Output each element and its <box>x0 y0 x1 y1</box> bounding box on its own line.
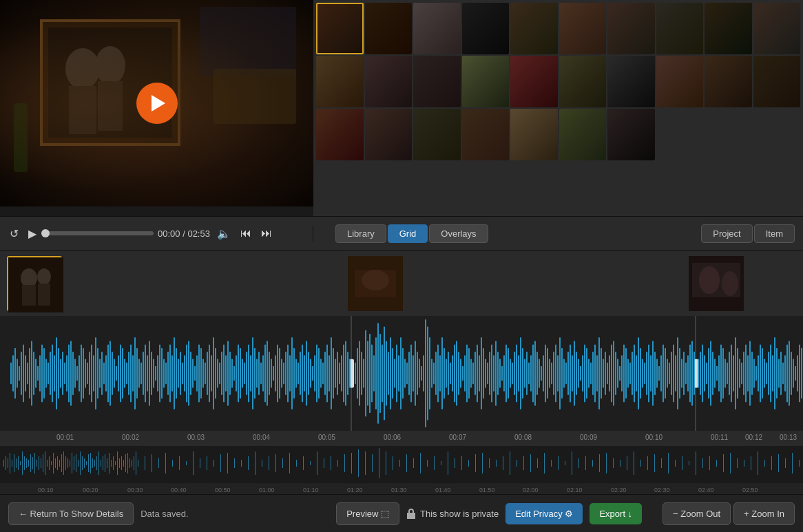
tab-library[interactable]: Library <box>335 224 386 243</box>
svg-rect-292 <box>559 337 561 409</box>
svg-rect-347 <box>673 345 674 403</box>
svg-rect-436 <box>57 456 58 470</box>
svg-rect-319 <box>615 352 616 395</box>
thumbnail-19[interactable] <box>705 56 752 107</box>
time-display: 00:00 / 02:53 <box>158 228 210 239</box>
thumbnail-20[interactable] <box>753 56 801 107</box>
svg-rect-322 <box>621 355 623 391</box>
thumbnail-4[interactable] <box>462 3 510 54</box>
svg-rect-430 <box>45 451 45 475</box>
preview-button[interactable]: Preview ⬚ <box>336 502 399 525</box>
svg-rect-312 <box>601 348 602 398</box>
thumbnail-5[interactable] <box>510 3 558 54</box>
svg-rect-517 <box>427 460 428 467</box>
svg-rect-564 <box>751 456 751 470</box>
svg-rect-452 <box>90 453 91 474</box>
thumbnail-3[interactable] <box>413 3 461 54</box>
thumbnail-6[interactable] <box>559 3 607 54</box>
next-button[interactable]: ⏭ <box>258 226 275 241</box>
svg-rect-528 <box>503 456 503 470</box>
tab-grid[interactable]: Grid <box>388 224 428 243</box>
thumbnail-2[interactable] <box>365 3 413 54</box>
zoom-out-button[interactable]: − Zoom Out <box>663 502 731 525</box>
svg-rect-343 <box>665 348 666 398</box>
svg-rect-188 <box>341 355 342 391</box>
svg-rect-351 <box>681 359 682 388</box>
svg-rect-451 <box>88 454 89 472</box>
zoom-in-button[interactable]: + Zoom In <box>733 502 795 525</box>
mini-tick-1: 00:10 <box>38 487 54 493</box>
volume-button[interactable]: 🔈 <box>214 226 233 242</box>
thumbnail-27[interactable] <box>607 109 655 160</box>
svg-rect-142 <box>246 352 247 395</box>
svg-rect-285 <box>545 345 546 403</box>
thumbnail-11[interactable] <box>316 56 364 107</box>
svg-rect-43 <box>41 345 43 403</box>
svg-rect-372 <box>727 363 728 384</box>
progress-bar[interactable] <box>43 231 154 235</box>
tab-overlays[interactable]: Overlays <box>429 224 488 243</box>
svg-rect-55 <box>66 355 67 391</box>
tab-item[interactable]: Item <box>754 224 795 243</box>
mini-tick-11: 01:50 <box>479 487 495 493</box>
svg-rect-158 <box>279 348 280 398</box>
svg-rect-306 <box>588 359 590 388</box>
svg-rect-252 <box>477 345 478 403</box>
svg-rect-115 <box>190 352 191 395</box>
svg-rect-38 <box>31 341 32 406</box>
svg-rect-103 <box>165 363 167 384</box>
track-thumbnail-3[interactable] <box>689 256 744 311</box>
thumbnail-12[interactable] <box>365 56 413 107</box>
play-pause-button[interactable]: ▶ <box>25 226 39 242</box>
thumbnail-21[interactable] <box>316 109 364 160</box>
svg-rect-73 <box>103 363 105 384</box>
thumbnail-26[interactable] <box>559 109 607 160</box>
svg-rect-218 <box>406 363 408 384</box>
thumbnail-1[interactable] <box>316 3 364 54</box>
svg-rect-543 <box>606 453 607 474</box>
svg-rect-474 <box>136 451 136 475</box>
thumbnail-9[interactable] <box>705 3 752 54</box>
prev-button[interactable]: ⏮ <box>238 226 254 241</box>
svg-rect-277 <box>528 363 530 384</box>
private-label: This show is private <box>406 508 499 519</box>
thumbnail-14[interactable] <box>462 56 510 107</box>
svg-rect-553 <box>675 460 676 467</box>
track-thumbnail-2[interactable] <box>348 256 403 311</box>
svg-rect-531 <box>523 456 524 470</box>
svg-rect-467 <box>121 456 122 470</box>
svg-rect-258 <box>489 352 490 395</box>
thumbnail-23[interactable] <box>413 109 461 160</box>
waveform-area[interactable] <box>0 316 803 431</box>
export-button[interactable]: Export ↓ <box>590 503 642 524</box>
svg-rect-512 <box>393 456 393 470</box>
tab-project[interactable]: Project <box>701 224 752 243</box>
svg-rect-47 <box>50 352 51 395</box>
thumbnail-16[interactable] <box>559 56 607 107</box>
svg-rect-523 <box>468 460 469 467</box>
edit-privacy-button[interactable]: Edit Privacy ⚙ <box>505 503 583 524</box>
thumbnail-13[interactable] <box>413 56 461 107</box>
thumbnail-8[interactable] <box>656 3 704 54</box>
play-button[interactable] <box>136 83 178 124</box>
svg-rect-427 <box>39 456 39 470</box>
thumbnail-24[interactable] <box>462 109 510 160</box>
thumbnail-22[interactable] <box>365 109 413 160</box>
thumbnail-7[interactable] <box>607 3 655 54</box>
svg-rect-418 <box>20 461 21 465</box>
restart-button[interactable]: ↺ <box>7 226 21 242</box>
svg-rect-235 <box>441 337 443 409</box>
thumbnail-25[interactable] <box>510 109 558 160</box>
thumbnail-17[interactable] <box>607 56 655 107</box>
svg-rect-551 <box>661 458 662 468</box>
svg-rect-177 <box>318 348 320 398</box>
mini-tick-13: 02:10 <box>567 487 583 493</box>
back-button[interactable]: ← Return To Show Details <box>8 502 134 525</box>
thumbnail-10[interactable] <box>753 3 801 54</box>
svg-rect-71 <box>99 359 101 388</box>
thumbnail-18[interactable] <box>656 56 704 107</box>
thumbnail-15[interactable] <box>510 56 558 107</box>
mini-waveform[interactable]: 00:10 00:20 00:30 00:40 00:50 01:00 01:1… <box>0 446 803 494</box>
track-thumbnail-1[interactable] <box>7 256 62 311</box>
svg-rect-180 <box>324 352 326 395</box>
